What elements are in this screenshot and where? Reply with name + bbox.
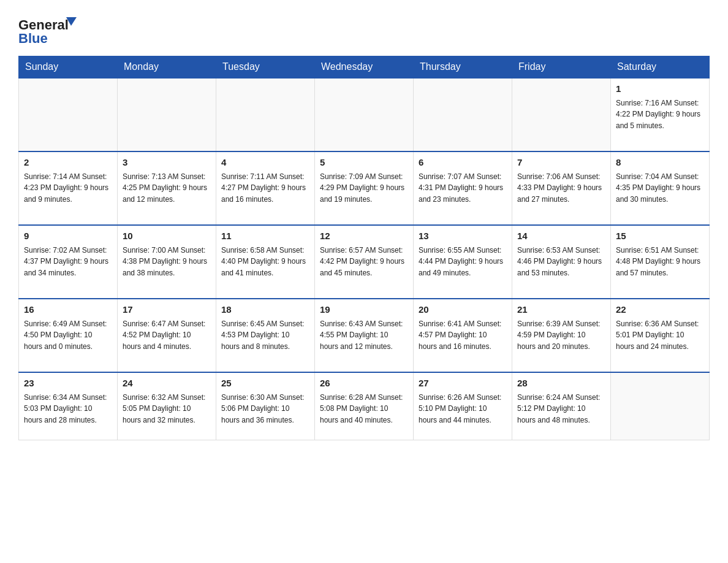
day-number: 7 xyxy=(517,156,605,170)
day-number: 28 xyxy=(517,377,605,391)
calendar-cell: 13Sunrise: 6:55 AM Sunset: 4:44 PM Dayli… xyxy=(414,225,512,299)
calendar-cell: 11Sunrise: 6:58 AM Sunset: 4:40 PM Dayli… xyxy=(216,225,315,299)
day-number: 2 xyxy=(24,156,112,170)
calendar-cell: 7Sunrise: 7:06 AM Sunset: 4:33 PM Daylig… xyxy=(512,151,611,225)
day-info: Sunrise: 6:55 AM Sunset: 4:44 PM Dayligh… xyxy=(419,246,503,278)
calendar-cell xyxy=(611,372,710,440)
calendar-cell: 20Sunrise: 6:41 AM Sunset: 4:57 PM Dayli… xyxy=(414,299,512,372)
day-info: Sunrise: 7:02 AM Sunset: 4:37 PM Dayligh… xyxy=(24,246,108,278)
day-number: 1 xyxy=(616,82,704,96)
day-info: Sunrise: 6:39 AM Sunset: 4:59 PM Dayligh… xyxy=(517,320,600,351)
calendar-cell: 17Sunrise: 6:47 AM Sunset: 4:52 PM Dayli… xyxy=(118,299,216,372)
page-header: GeneralBlue xyxy=(18,12,710,46)
day-info: Sunrise: 6:32 AM Sunset: 5:05 PM Dayligh… xyxy=(123,393,205,425)
header-monday: Monday xyxy=(118,56,216,79)
calendar-cell xyxy=(414,78,512,151)
calendar-cell: 16Sunrise: 6:49 AM Sunset: 4:50 PM Dayli… xyxy=(19,299,118,372)
day-number: 14 xyxy=(517,229,605,243)
logo-svg: GeneralBlue xyxy=(18,12,86,46)
header-wednesday: Wednesday xyxy=(315,56,414,79)
day-info: Sunrise: 6:58 AM Sunset: 4:40 PM Dayligh… xyxy=(221,246,306,278)
day-info: Sunrise: 7:11 AM Sunset: 4:27 PM Dayligh… xyxy=(221,172,306,204)
day-info: Sunrise: 7:16 AM Sunset: 4:22 PM Dayligh… xyxy=(616,99,700,131)
header-sunday: Sunday xyxy=(19,56,118,79)
day-number: 22 xyxy=(616,303,704,317)
day-number: 26 xyxy=(320,377,408,391)
header-thursday: Thursday xyxy=(414,56,512,79)
day-number: 18 xyxy=(221,303,309,317)
calendar-cell xyxy=(216,78,315,151)
day-info: Sunrise: 6:43 AM Sunset: 4:55 PM Dayligh… xyxy=(320,320,403,351)
day-info: Sunrise: 7:07 AM Sunset: 4:31 PM Dayligh… xyxy=(419,172,503,204)
day-number: 8 xyxy=(616,156,704,170)
calendar-cell: 21Sunrise: 6:39 AM Sunset: 4:59 PM Dayli… xyxy=(512,299,611,372)
calendar-cell: 15Sunrise: 6:51 AM Sunset: 4:48 PM Dayli… xyxy=(611,225,710,299)
svg-text:Blue: Blue xyxy=(18,31,48,46)
day-info: Sunrise: 6:57 AM Sunset: 4:42 PM Dayligh… xyxy=(320,246,404,278)
calendar-cell: 5Sunrise: 7:09 AM Sunset: 4:29 PM Daylig… xyxy=(315,151,414,225)
day-number: 27 xyxy=(419,377,507,391)
calendar-cell: 8Sunrise: 7:04 AM Sunset: 4:35 PM Daylig… xyxy=(611,151,710,225)
day-info: Sunrise: 6:45 AM Sunset: 4:53 PM Dayligh… xyxy=(221,320,304,351)
day-info: Sunrise: 6:41 AM Sunset: 4:57 PM Dayligh… xyxy=(419,320,501,351)
calendar-cell xyxy=(512,78,611,151)
day-number: 21 xyxy=(517,303,605,317)
calendar-cell: 25Sunrise: 6:30 AM Sunset: 5:06 PM Dayli… xyxy=(216,372,315,440)
calendar-cell: 3Sunrise: 7:13 AM Sunset: 4:25 PM Daylig… xyxy=(118,151,216,225)
day-info: Sunrise: 6:51 AM Sunset: 4:48 PM Dayligh… xyxy=(616,246,700,278)
calendar-cell: 23Sunrise: 6:34 AM Sunset: 5:03 PM Dayli… xyxy=(19,372,118,440)
day-number: 5 xyxy=(320,156,408,170)
calendar-cell xyxy=(118,78,216,151)
day-number: 4 xyxy=(221,156,309,170)
day-number: 9 xyxy=(24,229,112,243)
day-number: 11 xyxy=(221,229,309,243)
day-info: Sunrise: 7:04 AM Sunset: 4:35 PM Dayligh… xyxy=(616,172,700,204)
header-friday: Friday xyxy=(512,56,611,79)
day-number: 6 xyxy=(419,156,507,170)
calendar-cell: 12Sunrise: 6:57 AM Sunset: 4:42 PM Dayli… xyxy=(315,225,414,299)
header-saturday: Saturday xyxy=(611,56,710,79)
calendar-cell: 9Sunrise: 7:02 AM Sunset: 4:37 PM Daylig… xyxy=(19,225,118,299)
day-number: 15 xyxy=(616,229,704,243)
day-info: Sunrise: 6:47 AM Sunset: 4:52 PM Dayligh… xyxy=(123,320,205,351)
day-number: 17 xyxy=(123,303,211,317)
calendar-cell: 22Sunrise: 6:36 AM Sunset: 5:01 PM Dayli… xyxy=(611,299,710,372)
calendar-cell: 10Sunrise: 7:00 AM Sunset: 4:38 PM Dayli… xyxy=(118,225,216,299)
day-info: Sunrise: 7:00 AM Sunset: 4:38 PM Dayligh… xyxy=(123,246,207,278)
day-info: Sunrise: 7:13 AM Sunset: 4:25 PM Dayligh… xyxy=(123,172,207,204)
day-number: 16 xyxy=(24,303,112,317)
calendar-cell: 6Sunrise: 7:07 AM Sunset: 4:31 PM Daylig… xyxy=(414,151,512,225)
day-info: Sunrise: 6:24 AM Sunset: 5:12 PM Dayligh… xyxy=(517,393,600,425)
calendar-cell: 18Sunrise: 6:45 AM Sunset: 4:53 PM Dayli… xyxy=(216,299,315,372)
day-number: 10 xyxy=(123,229,211,243)
calendar-cell: 14Sunrise: 6:53 AM Sunset: 4:46 PM Dayli… xyxy=(512,225,611,299)
day-number: 25 xyxy=(221,377,309,391)
day-info: Sunrise: 6:26 AM Sunset: 5:10 PM Dayligh… xyxy=(419,393,501,425)
day-info: Sunrise: 7:09 AM Sunset: 4:29 PM Dayligh… xyxy=(320,172,404,204)
calendar-cell: 2Sunrise: 7:14 AM Sunset: 4:23 PM Daylig… xyxy=(19,151,118,225)
day-number: 3 xyxy=(123,156,211,170)
calendar-cell: 19Sunrise: 6:43 AM Sunset: 4:55 PM Dayli… xyxy=(315,299,414,372)
weekday-header-row: Sunday Monday Tuesday Wednesday Thursday… xyxy=(19,56,710,79)
day-info: Sunrise: 6:28 AM Sunset: 5:08 PM Dayligh… xyxy=(320,393,403,425)
day-info: Sunrise: 7:06 AM Sunset: 4:33 PM Dayligh… xyxy=(517,172,602,204)
day-info: Sunrise: 6:49 AM Sunset: 4:50 PM Dayligh… xyxy=(24,320,107,351)
day-info: Sunrise: 6:53 AM Sunset: 4:46 PM Dayligh… xyxy=(517,246,602,278)
day-info: Sunrise: 6:30 AM Sunset: 5:06 PM Dayligh… xyxy=(221,393,304,425)
day-info: Sunrise: 7:14 AM Sunset: 4:23 PM Dayligh… xyxy=(24,172,108,204)
logo: GeneralBlue xyxy=(18,12,86,46)
calendar-cell: 24Sunrise: 6:32 AM Sunset: 5:05 PM Dayli… xyxy=(118,372,216,440)
calendar-cell: 1Sunrise: 7:16 AM Sunset: 4:22 PM Daylig… xyxy=(611,78,710,151)
calendar-cell xyxy=(19,78,118,151)
day-number: 19 xyxy=(320,303,408,317)
day-number: 13 xyxy=(419,229,507,243)
calendar-cell: 26Sunrise: 6:28 AM Sunset: 5:08 PM Dayli… xyxy=(315,372,414,440)
calendar-cell: 4Sunrise: 7:11 AM Sunset: 4:27 PM Daylig… xyxy=(216,151,315,225)
day-number: 23 xyxy=(24,377,112,391)
calendar-cell xyxy=(315,78,414,151)
day-info: Sunrise: 6:34 AM Sunset: 5:03 PM Dayligh… xyxy=(24,393,107,425)
header-tuesday: Tuesday xyxy=(216,56,315,79)
day-info: Sunrise: 6:36 AM Sunset: 5:01 PM Dayligh… xyxy=(616,320,699,351)
day-number: 20 xyxy=(419,303,507,317)
day-number: 24 xyxy=(123,377,211,391)
